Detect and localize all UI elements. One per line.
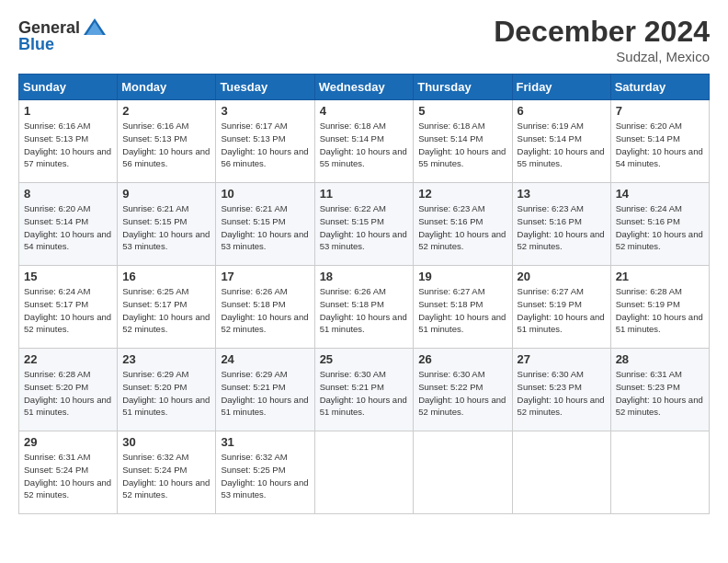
main-container: General Blue December 2024 Sudzal, Mexic… [0,0,728,525]
page-title: December 2024 [494,15,710,49]
logo-icon [82,15,108,40]
col-header-friday: Friday [512,75,610,100]
day-number: 12 [418,187,506,201]
day-info: Sunrise: 6:24 AMSunset: 5:17 PMDaylight:… [24,285,112,336]
calendar-cell: 24Sunrise: 6:29 AMSunset: 5:21 PMDayligh… [216,349,314,431]
calendar-cell: 8Sunrise: 6:20 AMSunset: 5:14 PMDaylight… [19,183,118,266]
calendar-week-4: 22Sunrise: 6:28 AMSunset: 5:20 PMDayligh… [19,349,710,431]
day-info: Sunrise: 6:20 AMSunset: 5:14 PMDaylight:… [24,202,112,253]
calendar-cell: 20Sunrise: 6:27 AMSunset: 5:19 PMDayligh… [512,266,610,349]
col-header-monday: Monday [118,75,216,100]
day-info: Sunrise: 6:28 AMSunset: 5:19 PMDaylight:… [616,285,704,336]
day-number: 6 [518,104,606,118]
calendar-cell: 12Sunrise: 6:23 AMSunset: 5:16 PMDayligh… [414,183,512,266]
col-header-thursday: Thursday [414,75,512,100]
calendar-cell: 30Sunrise: 6:32 AMSunset: 5:24 PMDayligh… [118,431,216,514]
day-info: Sunrise: 6:28 AMSunset: 5:20 PMDaylight:… [24,368,112,419]
calendar-header-row: SundayMondayTuesdayWednesdayThursdayFrid… [19,75,710,100]
calendar-cell: 18Sunrise: 6:26 AMSunset: 5:18 PMDayligh… [314,266,414,349]
day-info: Sunrise: 6:18 AMSunset: 5:14 PMDaylight:… [418,120,506,170]
header: General Blue December 2024 Sudzal, Mexic… [18,15,710,64]
calendar-cell: 6Sunrise: 6:19 AMSunset: 5:14 PMDaylight… [512,100,610,183]
day-number: 26 [418,352,506,366]
calendar-cell: 4Sunrise: 6:18 AMSunset: 5:14 PMDaylight… [314,100,414,183]
title-block: December 2024 Sudzal, Mexico [494,15,710,64]
day-info: Sunrise: 6:27 AMSunset: 5:19 PMDaylight:… [518,285,606,336]
day-info: Sunrise: 6:16 AMSunset: 5:13 PMDaylight:… [24,120,112,170]
day-number: 1 [24,104,112,118]
calendar-week-3: 15Sunrise: 6:24 AMSunset: 5:17 PMDayligh… [19,266,710,349]
calendar-week-5: 29Sunrise: 6:31 AMSunset: 5:24 PMDayligh… [19,431,710,514]
day-info: Sunrise: 6:30 AMSunset: 5:22 PMDaylight:… [418,368,506,419]
page-subtitle: Sudzal, Mexico [494,49,710,64]
calendar-cell: 3Sunrise: 6:17 AMSunset: 5:13 PMDaylight… [216,100,314,183]
calendar-cell: 10Sunrise: 6:21 AMSunset: 5:15 PMDayligh… [216,183,314,266]
calendar-cell: 17Sunrise: 6:26 AMSunset: 5:18 PMDayligh… [216,266,314,349]
day-info: Sunrise: 6:21 AMSunset: 5:15 PMDaylight:… [122,202,210,253]
calendar-cell [314,431,414,514]
col-header-saturday: Saturday [610,75,709,100]
day-number: 29 [24,435,112,449]
day-number: 7 [616,104,704,118]
calendar-cell: 29Sunrise: 6:31 AMSunset: 5:24 PMDayligh… [19,431,118,514]
day-info: Sunrise: 6:31 AMSunset: 5:24 PMDaylight:… [24,451,112,501]
day-number: 17 [221,270,309,283]
day-number: 8 [24,187,112,201]
day-info: Sunrise: 6:23 AMSunset: 5:16 PMDaylight:… [518,202,606,253]
calendar-week-1: 1Sunrise: 6:16 AMSunset: 5:13 PMDaylight… [19,100,710,183]
day-info: Sunrise: 6:19 AMSunset: 5:14 PMDaylight:… [518,120,606,170]
calendar-table: SundayMondayTuesdayWednesdayThursdayFrid… [18,74,710,514]
day-info: Sunrise: 6:29 AMSunset: 5:21 PMDaylight:… [221,368,309,419]
day-number: 23 [122,352,210,366]
calendar-cell: 22Sunrise: 6:28 AMSunset: 5:20 PMDayligh… [19,349,118,431]
calendar-cell: 15Sunrise: 6:24 AMSunset: 5:17 PMDayligh… [19,266,118,349]
day-number: 14 [616,187,704,201]
day-number: 11 [320,187,409,201]
calendar-cell [414,431,512,514]
calendar-cell: 23Sunrise: 6:29 AMSunset: 5:20 PMDayligh… [118,349,216,431]
day-info: Sunrise: 6:29 AMSunset: 5:20 PMDaylight:… [122,368,210,419]
calendar-cell [610,431,709,514]
day-info: Sunrise: 6:21 AMSunset: 5:15 PMDaylight:… [221,202,309,253]
calendar-cell: 26Sunrise: 6:30 AMSunset: 5:22 PMDayligh… [414,349,512,431]
day-number: 24 [221,352,309,366]
day-info: Sunrise: 6:18 AMSunset: 5:14 PMDaylight:… [320,120,409,170]
day-number: 5 [418,104,506,118]
calendar-cell [512,431,610,514]
calendar-cell: 14Sunrise: 6:24 AMSunset: 5:16 PMDayligh… [610,183,709,266]
col-header-tuesday: Tuesday [216,75,314,100]
day-number: 15 [24,270,112,283]
calendar-cell: 21Sunrise: 6:28 AMSunset: 5:19 PMDayligh… [610,266,709,349]
day-info: Sunrise: 6:24 AMSunset: 5:16 PMDaylight:… [616,202,704,253]
day-number: 27 [518,352,606,366]
calendar-week-2: 8Sunrise: 6:20 AMSunset: 5:14 PMDaylight… [19,183,710,266]
day-info: Sunrise: 6:26 AMSunset: 5:18 PMDaylight:… [221,285,309,336]
day-number: 4 [320,104,409,118]
day-info: Sunrise: 6:26 AMSunset: 5:18 PMDaylight:… [320,285,409,336]
day-info: Sunrise: 6:31 AMSunset: 5:23 PMDaylight:… [616,368,704,419]
calendar-cell: 9Sunrise: 6:21 AMSunset: 5:15 PMDaylight… [118,183,216,266]
calendar-cell: 11Sunrise: 6:22 AMSunset: 5:15 PMDayligh… [314,183,414,266]
col-header-wednesday: Wednesday [314,75,414,100]
day-info: Sunrise: 6:17 AMSunset: 5:13 PMDaylight:… [221,120,309,170]
calendar-cell: 13Sunrise: 6:23 AMSunset: 5:16 PMDayligh… [512,183,610,266]
day-number: 22 [24,352,112,366]
day-number: 13 [518,187,606,201]
calendar-cell: 5Sunrise: 6:18 AMSunset: 5:14 PMDaylight… [414,100,512,183]
day-number: 21 [616,270,704,283]
day-number: 18 [320,270,409,283]
calendar-cell: 1Sunrise: 6:16 AMSunset: 5:13 PMDaylight… [19,100,118,183]
day-number: 25 [320,352,409,366]
calendar-cell: 27Sunrise: 6:30 AMSunset: 5:23 PMDayligh… [512,349,610,431]
calendar-cell: 25Sunrise: 6:30 AMSunset: 5:21 PMDayligh… [314,349,414,431]
day-number: 20 [518,270,606,283]
day-number: 19 [418,270,506,283]
day-number: 2 [122,104,210,118]
day-info: Sunrise: 6:23 AMSunset: 5:16 PMDaylight:… [418,202,506,253]
day-info: Sunrise: 6:32 AMSunset: 5:25 PMDaylight:… [221,451,309,501]
calendar-cell: 16Sunrise: 6:25 AMSunset: 5:17 PMDayligh… [118,266,216,349]
day-number: 28 [616,352,704,366]
calendar-cell: 28Sunrise: 6:31 AMSunset: 5:23 PMDayligh… [610,349,709,431]
logo-blue: Blue [18,35,54,54]
day-info: Sunrise: 6:22 AMSunset: 5:15 PMDaylight:… [320,202,409,253]
